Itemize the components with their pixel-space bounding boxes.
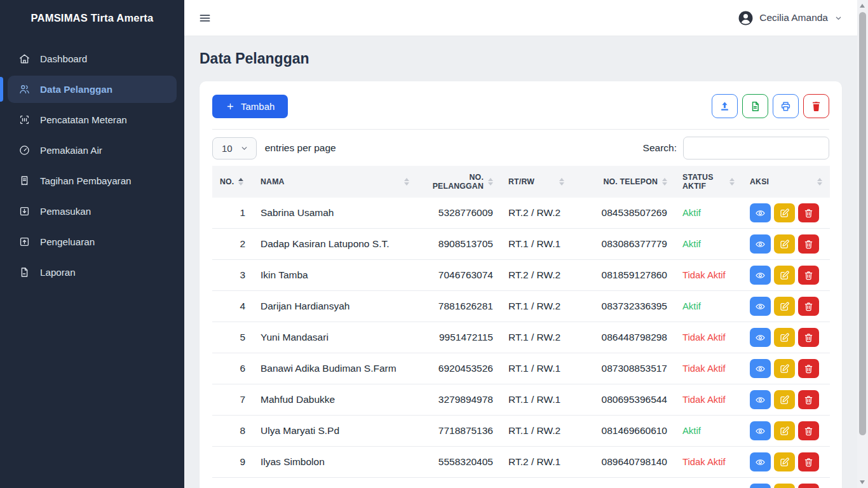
data-table: NO. NAMA NO. PELANGGAN RT/RW NO. TELEPON… (212, 166, 830, 488)
cell-rt-rw: RT.2 / RW.2 (501, 198, 572, 229)
user-menu[interactable]: Cecilia Amanda (738, 10, 843, 26)
cell-rt-rw: RT.1 / RW.1 (501, 353, 572, 384)
plus-icon (226, 102, 235, 111)
sort-icon (559, 178, 564, 186)
scrollbar-down-arrow[interactable] (860, 480, 865, 484)
sidebar-item-laporan[interactable]: Laporan (8, 259, 177, 286)
search-control: Search: (643, 137, 829, 159)
excel-export-button[interactable] (742, 94, 768, 118)
cell-no-telepon: 083086377779 (572, 229, 675, 260)
sidebar-item-pemasukan[interactable]: Pemasukan (8, 198, 177, 225)
menu-toggle-button[interactable] (196, 9, 214, 27)
view-button[interactable] (750, 359, 771, 378)
delete-button[interactable] (798, 359, 819, 378)
page-content: Data Pelanggan Tambah (184, 36, 857, 488)
cell-no-pelanggan: 3279894978 (417, 384, 501, 416)
edit-button[interactable] (774, 266, 795, 285)
cell-no-telepon: 081469660610 (572, 416, 675, 447)
edit-button[interactable] (774, 484, 795, 488)
status-badge: Tidak Aktif (675, 322, 742, 353)
scrollbar-up-arrow[interactable] (860, 4, 865, 8)
delete-button[interactable] (798, 390, 819, 409)
export-button-group (712, 94, 829, 118)
view-button[interactable] (750, 484, 771, 488)
view-button[interactable] (750, 234, 771, 254)
sidebar-item-tagihan-pembayaran[interactable]: Tagihan Pembayaran (8, 167, 177, 194)
add-button[interactable]: Tambah (212, 95, 288, 118)
sort-icon (488, 178, 493, 186)
sidebar-item-data-pelanggan[interactable]: Data Pelanggan (8, 76, 177, 103)
search-label: Search: (643, 142, 677, 154)
edit-button[interactable] (774, 234, 795, 254)
sidebar-item-pencatatan-meteran[interactable]: Pencatatan Meteran (8, 106, 177, 133)
search-input[interactable] (683, 137, 829, 159)
user-name: Cecilia Amanda (759, 12, 828, 24)
view-button[interactable] (750, 328, 771, 347)
sort-icon (238, 178, 243, 186)
scrollbar-thumb[interactable] (859, 12, 866, 435)
cell-rt-rw: RT.2 / RW.2 (501, 260, 572, 291)
column-header-rt-rw[interactable]: RT/RW (501, 166, 572, 198)
cell-nama: Mahfud Dabukke (253, 384, 417, 416)
cell-no: 3 (212, 260, 253, 291)
page-size-select[interactable]: 10 (212, 137, 257, 159)
meter-icon (18, 114, 31, 126)
column-header-no-telepon[interactable]: NO. TELEPON (572, 166, 675, 198)
column-header-no-pelanggan[interactable]: NO. PELANGGAN (417, 166, 501, 198)
chevron-down-icon (834, 13, 843, 23)
sidebar-nav: DashboardData PelangganPencatatan Metera… (0, 45, 184, 286)
delete-button[interactable] (798, 203, 819, 222)
sidebar-item-pengeluaran[interactable]: Pengeluaran (8, 228, 177, 255)
cell-rt-rw: RT.1 / RW.2 (501, 291, 572, 322)
column-header-status-aktif[interactable]: STATUS AKTIF (675, 166, 742, 198)
print-button[interactable] (773, 94, 799, 118)
sort-icon (729, 178, 735, 186)
status-badge: Aktif (675, 291, 742, 322)
hamburger-icon (198, 11, 212, 25)
view-button[interactable] (750, 297, 771, 316)
edit-icon (779, 208, 790, 219)
printer-icon (780, 100, 792, 112)
cell-aksi (742, 322, 830, 353)
delete-button[interactable] (798, 234, 819, 254)
view-button[interactable] (750, 203, 771, 222)
eye-icon (755, 363, 766, 374)
column-header-nama[interactable]: NAMA (253, 166, 417, 198)
view-button[interactable] (750, 390, 771, 409)
view-button[interactable] (750, 266, 771, 285)
delete-button[interactable] (798, 421, 819, 440)
data-card: Tambah (200, 81, 842, 488)
edit-button[interactable] (774, 359, 795, 378)
edit-button[interactable] (774, 203, 795, 222)
trash-icon (803, 332, 814, 343)
cell-no: 2 (212, 229, 253, 260)
sort-icon (817, 178, 822, 186)
edit-button[interactable] (774, 452, 795, 471)
edit-button[interactable] (774, 421, 795, 440)
delete-button[interactable] (798, 452, 819, 471)
sidebar-item-dashboard[interactable]: Dashboard (8, 45, 177, 72)
trash-icon (803, 301, 814, 312)
delete-button[interactable] (798, 484, 819, 488)
trash-icon (810, 100, 822, 112)
column-header-aksi[interactable]: AKSI (742, 166, 830, 198)
cell-no (212, 478, 253, 488)
edit-button[interactable] (774, 390, 795, 409)
page-scrollbar[interactable] (857, 0, 868, 488)
column-header-no[interactable]: NO. (212, 166, 253, 198)
cell-aksi (742, 384, 830, 416)
upload-button[interactable] (712, 94, 738, 118)
delete-all-button[interactable] (803, 94, 829, 118)
sidebar-item-pemakaian-air[interactable]: Pemakaian Air (8, 137, 177, 164)
view-button[interactable] (750, 452, 771, 471)
cell-rt-rw (501, 478, 572, 488)
cell-aksi (742, 353, 830, 384)
edit-button[interactable] (774, 328, 795, 347)
edit-button[interactable] (774, 297, 795, 316)
cell-no-telepon: 084538507269 (572, 198, 675, 229)
delete-button[interactable] (798, 297, 819, 316)
sort-icon (662, 178, 667, 186)
delete-button[interactable] (798, 328, 819, 347)
view-button[interactable] (750, 421, 771, 440)
delete-button[interactable] (798, 266, 819, 285)
